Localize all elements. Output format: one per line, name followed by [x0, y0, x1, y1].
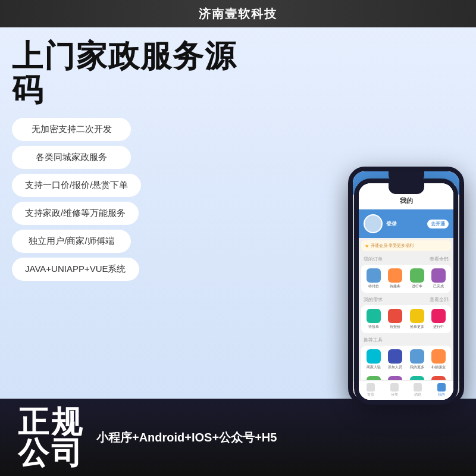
- vip-bar[interactable]: ★ 开通会员·享受更多福利: [361, 240, 451, 251]
- user-avatar: [364, 214, 383, 233]
- mine-front-icon: [437, 383, 446, 392]
- phone-front: 我的 登录 去开通 ★ 开通会员·享受更多福利: [354, 178, 458, 405]
- company-title: 济南壹软科技: [199, 6, 277, 22]
- nav-mine-front[interactable]: 我的: [437, 383, 446, 397]
- bottom-sub-text: 小程序+Android+IOS+公众号+H5: [96, 428, 458, 446]
- left-panel: 上门家政服务源码 无加密支持二次开发 各类同城家政服务 支持一口价/报价/悬赏下…: [12, 33, 238, 399]
- hero-title: 上门家政服务源码: [12, 39, 238, 107]
- message-front-icon: [414, 383, 422, 392]
- orders-grid: 待付款 待服务 进行中 已完成: [361, 265, 451, 293]
- need-1[interactable]: 待接单: [364, 306, 384, 332]
- order-2[interactable]: 待服务: [385, 266, 405, 292]
- feature-item-6: JAVA+UNIAPP+VUE系统: [12, 258, 139, 281]
- page-wrapper: 济南壹软科技 上门家政服务源码 无加密支持二次开发 各类同城家政服务 支持一口价…: [0, 0, 476, 476]
- go-button[interactable]: 去开通: [427, 220, 449, 228]
- nav-message-front[interactable]: 消息: [414, 383, 422, 397]
- vip-text: 开通会员·享受更多福利: [371, 243, 414, 249]
- home-front-icon: [367, 383, 375, 392]
- bottom-right: 小程序+Android+IOS+公众号+H5: [96, 428, 458, 446]
- tool-2[interactable]: 添加人员: [385, 347, 405, 372]
- user-info: 登录: [386, 220, 424, 228]
- top-header: 济南壹软科技: [0, 0, 476, 27]
- bottom-main-text: 正规公司: [18, 406, 84, 468]
- tool-1[interactable]: 商家入驻: [364, 347, 384, 372]
- feature-item-1: 无加密支持二次开发: [12, 118, 131, 141]
- category-front-icon: [390, 383, 399, 392]
- vip-icon: ★: [365, 243, 369, 249]
- orders-section-title: 我的订单 查看全部: [359, 253, 453, 264]
- nav-home-front[interactable]: 首页: [367, 383, 375, 397]
- needs-section-title: 我的需求 查看全部: [359, 294, 453, 304]
- feature-item-2: 各类同城家政服务: [12, 146, 131, 169]
- tool-4[interactable]: 补贴佣金: [428, 347, 449, 372]
- login-text[interactable]: 登录: [386, 220, 424, 228]
- front-phone-header: 我的: [359, 183, 453, 209]
- tool-3[interactable]: 我的更多: [407, 347, 427, 372]
- front-phone-bottom-nav: 首页 分类 消息 我的: [359, 380, 453, 400]
- phone-front-frame: 我的 登录 去开通 ★ 开通会员·享受更多福利: [354, 178, 458, 405]
- user-area: 登录 去开通: [359, 209, 453, 238]
- feature-item-4: 支持家政/维修等万能服务: [12, 202, 139, 225]
- bottom-left: 正规公司: [18, 406, 84, 468]
- feature-item-5: 独立用户/商家/师傅端: [12, 230, 131, 253]
- needs-grid: 待接单 待报价 抢单更多 进行中: [361, 305, 451, 333]
- nav-category-front[interactable]: 分类: [390, 383, 399, 397]
- need-4[interactable]: 进行中: [428, 306, 449, 332]
- feature-list: 无加密支持二次开发 各类同城家政服务 支持一口价/报价/悬赏下单 支持家政/维修…: [12, 118, 238, 281]
- order-1[interactable]: 待付款: [364, 266, 384, 292]
- order-4[interactable]: 已完成: [428, 266, 449, 292]
- phones-area: 济安市 搜索你常要的服务 自如保洁存者有礼 保洁 家庭保洁 开荒保洁: [238, 33, 464, 399]
- need-3[interactable]: 抢单更多: [407, 306, 427, 332]
- main-content: 上门家政服务源码 无加密支持二次开发 各类同城家政服务 支持一口价/报价/悬赏下…: [0, 27, 476, 399]
- feature-item-3: 支持一口价/报价/悬赏下单: [12, 174, 141, 197]
- bottom-bar: 正规公司 小程序+Android+IOS+公众号+H5: [0, 399, 476, 476]
- phone-front-screen: 我的 登录 去开通 ★ 开通会员·享受更多福利: [359, 183, 453, 400]
- need-2[interactable]: 待报价: [385, 306, 405, 332]
- tools-section-title: 推荐工具: [359, 334, 453, 345]
- order-3[interactable]: 进行中: [407, 266, 427, 292]
